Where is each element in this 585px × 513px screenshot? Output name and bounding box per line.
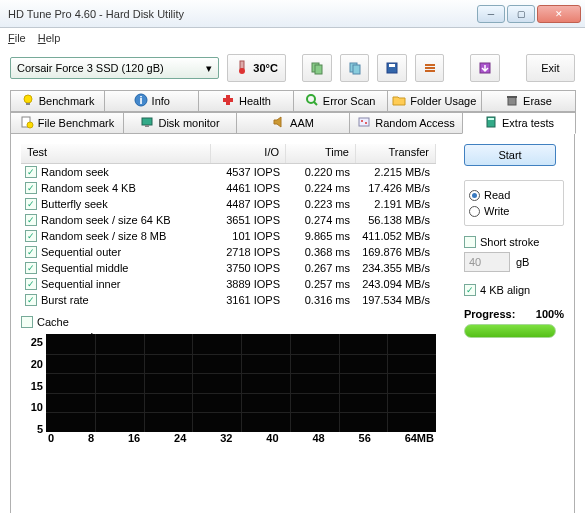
results-table: Test I/O Time Transfer ✓Random seek4537 …: [21, 144, 436, 308]
plot-area: [46, 334, 436, 432]
cell-time: 0.316 ms: [286, 294, 356, 306]
screenshot-button[interactable]: [340, 54, 370, 82]
tab-benchmark[interactable]: Benchmark: [10, 90, 105, 112]
options-button[interactable]: [415, 54, 445, 82]
row-checkbox[interactable]: ✓: [25, 278, 37, 290]
tab-error-scan[interactable]: Error Scan: [293, 90, 388, 112]
table-row[interactable]: ✓Sequential inner3889 IOPS0.257 ms243.09…: [21, 276, 436, 292]
progress-bar: [464, 324, 556, 338]
tab-file-benchmark[interactable]: File Benchmark: [10, 112, 124, 134]
progress-label: Progress:: [464, 308, 515, 320]
copy-info-button[interactable]: [302, 54, 332, 82]
side-panel: Start Read Write Short stroke 40 gB ✓ 4 …: [464, 144, 564, 338]
search-icon: [305, 93, 319, 109]
stroke-unit: gB: [516, 256, 529, 268]
short-stroke-input[interactable]: 40: [464, 252, 510, 272]
th-test[interactable]: Test: [21, 144, 211, 163]
svg-rect-17: [223, 98, 233, 102]
cache-label: Cache: [37, 316, 69, 328]
svg-point-27: [361, 120, 363, 122]
radio-icon: [469, 206, 480, 217]
maximize-button[interactable]: ▢: [507, 5, 535, 23]
th-io[interactable]: I/O: [211, 144, 286, 163]
cell-time: 9.865 ms: [286, 230, 356, 242]
tab-folder-usage[interactable]: Folder Usage: [387, 90, 482, 112]
tab-erase[interactable]: Erase: [481, 90, 576, 112]
row-checkbox[interactable]: ✓: [25, 262, 37, 274]
x-tick: 40: [266, 432, 278, 444]
table-row[interactable]: ✓Sequential middle3750 IOPS0.267 ms234.3…: [21, 260, 436, 276]
tab-extra-tests[interactable]: Extra tests: [462, 112, 576, 134]
table-row[interactable]: ✓Butterfly seek4487 IOPS0.223 ms2.191 MB…: [21, 196, 436, 212]
thermometer-icon: [235, 60, 249, 76]
y-tick: 10: [31, 401, 43, 413]
x-tick: 32: [220, 432, 232, 444]
svg-rect-24: [142, 118, 152, 125]
random-icon: [357, 115, 371, 131]
table-row[interactable]: ✓Random seek4537 IOPS0.220 ms2.215 MB/s: [21, 164, 436, 180]
mode-radio-group: Read Write: [464, 180, 564, 226]
tab-random-access[interactable]: Random Access: [349, 112, 463, 134]
table-row[interactable]: ✓Random seek / size 8 MB101 IOPS9.865 ms…: [21, 228, 436, 244]
tab-row-1: BenchmarkiInfoHealthError ScanFolder Usa…: [10, 90, 575, 112]
info-icon: i: [134, 93, 148, 109]
radio-write[interactable]: Write: [469, 203, 559, 219]
lightbulb-icon: [21, 93, 35, 109]
load-button[interactable]: [470, 54, 500, 82]
cell-time: 0.223 ms: [286, 198, 356, 210]
y-tick: 5: [37, 423, 43, 435]
exit-button[interactable]: Exit: [526, 54, 575, 82]
short-stroke-label: Short stroke: [480, 236, 539, 248]
tab-aam[interactable]: AAM: [236, 112, 350, 134]
svg-text:i: i: [139, 94, 142, 106]
svg-rect-26: [359, 118, 369, 126]
svg-rect-10: [425, 70, 435, 72]
row-checkbox[interactable]: ✓: [25, 230, 37, 242]
cell-transfer: 234.355 MB/s: [356, 262, 436, 274]
row-checkbox[interactable]: ✓: [25, 198, 37, 210]
cell-transfer: 2.191 MB/s: [356, 198, 436, 210]
table-row[interactable]: ✓Burst rate3161 IOPS0.316 ms197.534 MB/s: [21, 292, 436, 308]
cache-checkbox[interactable]: [21, 316, 33, 328]
cell-transfer: 17.426 MB/s: [356, 182, 436, 194]
svg-rect-21: [507, 96, 517, 98]
cell-io: 3889 IOPS: [211, 278, 286, 290]
svg-point-28: [365, 122, 367, 124]
table-row[interactable]: ✓Sequential outer2718 IOPS0.368 ms169.87…: [21, 244, 436, 260]
tab-health[interactable]: Health: [198, 90, 293, 112]
test-name: Sequential outer: [41, 246, 121, 258]
menu-help[interactable]: Help: [38, 32, 61, 44]
tab-info[interactable]: iInfo: [104, 90, 199, 112]
cell-io: 4461 IOPS: [211, 182, 286, 194]
menu-file[interactable]: File: [8, 32, 26, 44]
close-button[interactable]: ✕: [537, 5, 581, 23]
table-row[interactable]: ✓Random seek / size 64 KB3651 IOPS0.274 …: [21, 212, 436, 228]
progress-value: 100%: [536, 308, 564, 320]
svg-rect-7: [389, 64, 395, 67]
test-name: Burst rate: [41, 294, 89, 306]
th-time[interactable]: Time: [286, 144, 356, 163]
tab-disk-monitor[interactable]: Disk monitor: [123, 112, 237, 134]
short-stroke-checkbox[interactable]: [464, 236, 476, 248]
start-button[interactable]: Start: [464, 144, 556, 166]
minimize-button[interactable]: ─: [477, 5, 505, 23]
cell-transfer: 56.138 MB/s: [356, 214, 436, 226]
row-checkbox[interactable]: ✓: [25, 214, 37, 226]
svg-point-23: [27, 122, 33, 128]
th-transfer[interactable]: Transfer: [356, 144, 436, 163]
row-checkbox[interactable]: ✓: [25, 166, 37, 178]
radio-icon: [469, 190, 480, 201]
row-checkbox[interactable]: ✓: [25, 246, 37, 258]
radio-read[interactable]: Read: [469, 187, 559, 203]
cell-io: 4537 IOPS: [211, 166, 286, 178]
drive-select[interactable]: Corsair Force 3 SSD (120 gB) ▾: [10, 57, 219, 79]
table-row[interactable]: ✓Random seek 4 KB4461 IOPS0.224 ms17.426…: [21, 180, 436, 196]
align-checkbox[interactable]: ✓: [464, 284, 476, 296]
titlebar: HD Tune Pro 4.60 - Hard Disk Utility ─ ▢…: [0, 0, 585, 28]
save-button[interactable]: [377, 54, 407, 82]
row-checkbox[interactable]: ✓: [25, 294, 37, 306]
test-name: Sequential inner: [41, 278, 121, 290]
row-checkbox[interactable]: ✓: [25, 182, 37, 194]
calc-icon: [484, 115, 498, 131]
folder-icon: [392, 93, 406, 109]
